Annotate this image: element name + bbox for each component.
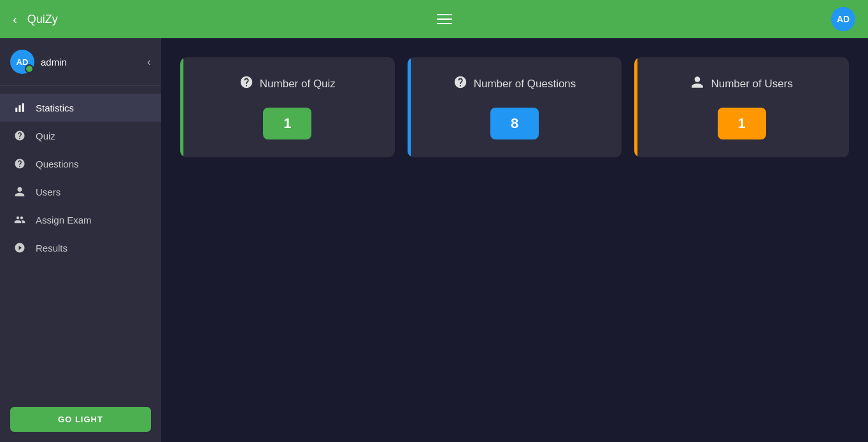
avatar: AD [10,50,34,74]
menu-icon-line2 [437,18,452,20]
go-light-button[interactable]: GO LIGHT [10,407,151,432]
sidebar-collapse-button[interactable]: ‹ [147,55,151,69]
users-icon [13,186,27,197]
menu-icon-line3 [437,23,452,24]
sidebar-item-label: Results [36,243,68,253]
quiz-stat-icon [239,75,253,92]
quiz-icon [13,130,27,141]
sidebar-header: AD admin ‹ [0,38,161,86]
app-title: QuiZy [27,13,58,26]
sidebar: AD admin ‹ Statistics Quiz [0,38,161,442]
topnav-avatar[interactable]: AD [831,7,855,31]
topnav-left: ‹ QuiZy [13,12,58,27]
sidebar-nav: Statistics Quiz Questions Users [0,86,161,397]
sidebar-item-label: Statistics [36,103,74,113]
stat-card-users-header: Number of Users [690,75,792,92]
menu-button[interactable] [434,11,455,27]
stat-card-questions-title: Number of Questions [474,78,576,90]
sidebar-item-quiz[interactable]: Quiz [0,122,161,150]
sidebar-username: admin [41,57,67,68]
stat-card-questions: Number of Questions 8 [408,57,622,157]
stat-card-quiz-title: Number of Quiz [260,78,336,90]
users-stat-icon [690,75,704,92]
stats-cards-row: Number of Quiz 1 Number of Questions 8 [180,57,849,157]
sidebar-item-statistics[interactable]: Statistics [0,94,161,122]
sidebar-item-label: Quiz [36,131,55,141]
sidebar-item-results[interactable]: Results [0,234,161,262]
stat-card-quiz: Number of Quiz 1 [180,57,395,157]
menu-icon-line1 [437,14,452,15]
svg-rect-1 [19,105,21,112]
sidebar-item-assign-exam[interactable]: Assign Exam [0,206,161,234]
assign-exam-icon [13,214,27,225]
topnav: ‹ QuiZy AD [0,0,868,38]
sidebar-footer: GO LIGHT [0,397,161,442]
statistics-icon [13,102,27,113]
sidebar-item-label: Users [36,187,60,197]
stat-card-quiz-header: Number of Quiz [239,75,336,92]
questions-icon [13,158,27,169]
main-content: Number of Quiz 1 Number of Questions 8 [161,38,868,442]
main-layout: AD admin ‹ Statistics Quiz [0,38,868,442]
svg-rect-2 [22,103,24,112]
back-button[interactable]: ‹ [13,12,17,27]
results-icon [13,242,27,253]
stat-card-quiz-value: 1 [263,108,311,139]
stat-card-users-value: 1 [718,108,766,139]
stat-card-users-title: Number of Users [711,78,792,90]
sidebar-item-users[interactable]: Users [0,178,161,206]
questions-stat-icon [453,75,467,92]
stat-card-questions-header: Number of Questions [453,75,576,92]
sidebar-user: AD admin [10,50,67,74]
stat-card-questions-value: 8 [490,108,539,139]
back-icon: ‹ [13,12,17,27]
sidebar-item-questions[interactable]: Questions [0,150,161,178]
sidebar-item-label: Assign Exam [36,215,92,225]
sidebar-item-label: Questions [36,159,79,169]
stat-card-users: Number of Users 1 [634,57,849,157]
svg-rect-0 [15,108,17,112]
